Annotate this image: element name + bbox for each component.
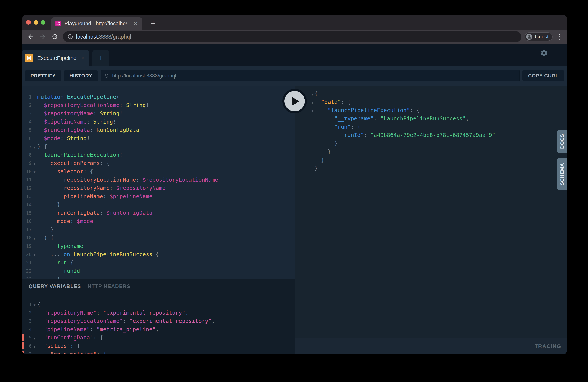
editor-line: 18▾ ) { xyxy=(22,233,294,242)
schema-side-tab[interactable]: SCHEMA xyxy=(557,158,567,190)
history-button[interactable]: HISTORY xyxy=(64,70,98,81)
new-tab-button[interactable]: + xyxy=(147,17,160,30)
variables-editor[interactable]: 1▾{2 "repositoryName": "experimental_rep… xyxy=(22,296,294,355)
session-close-icon[interactable]: × xyxy=(81,55,84,61)
info-icon[interactable] xyxy=(67,34,73,40)
response-viewer: ▾{▾ "data": {▾ "launchPipelineExecution"… xyxy=(294,86,567,172)
code-line-text: $runConfigData: RunConfigData! xyxy=(37,126,143,134)
fold-slot xyxy=(310,168,315,169)
fold-arrow-icon[interactable]: ▾ xyxy=(310,105,315,115)
copy-curl-button[interactable]: COPY CURL xyxy=(523,70,564,81)
editor-line: 19 __typename xyxy=(22,242,294,250)
fold-slot xyxy=(32,137,37,139)
variables-line: 1▾{ xyxy=(22,300,294,309)
response-line: } xyxy=(294,148,567,156)
code-line-text: } xyxy=(37,225,54,233)
code-line-text: runConfigData: $runConfigData xyxy=(37,209,152,217)
fold-slot xyxy=(32,245,37,247)
code-line-text: ) { xyxy=(37,142,47,151)
gutter-marker-slot xyxy=(22,309,24,316)
editor-line: 13 pipelineName: $pipelineName xyxy=(22,192,294,200)
line-number: 6 xyxy=(22,136,32,141)
code-line-text: } xyxy=(315,164,318,172)
tracing-label[interactable]: TRACING xyxy=(534,343,561,349)
browser-window: Playground - http://localhost:3 × + loca… xyxy=(22,15,567,355)
line-number: 16 xyxy=(22,218,32,224)
fold-arrow-icon[interactable]: ▾ xyxy=(32,249,37,259)
traffic-light-close-button[interactable] xyxy=(26,20,31,25)
execute-play-button[interactable] xyxy=(282,89,307,113)
gutter-marker-slot xyxy=(22,301,24,308)
graphql-playground: M ExecutePipeline × + PRETTIFY HISTORY h… xyxy=(22,44,567,355)
profile-button[interactable]: Guest xyxy=(525,32,553,41)
fold-slot xyxy=(32,270,37,272)
traffic-light-minimize-button[interactable] xyxy=(34,20,38,25)
fold-arrow-icon[interactable]: ▾ xyxy=(32,349,37,355)
line-number: 22 xyxy=(22,268,32,274)
fold-arrow-icon[interactable]: ▾ xyxy=(32,233,37,243)
graphql-favicon-icon xyxy=(55,21,61,26)
line-number: 4 xyxy=(22,119,32,125)
docs-side-tab[interactable]: DOCS xyxy=(557,130,567,153)
url-bar[interactable]: localhost:3333/graphql xyxy=(63,31,521,42)
editor-line: 5 $runConfigData: RunConfigData! xyxy=(22,126,294,134)
fold-slot xyxy=(32,96,37,98)
code-line-text: repositoryName: $repositoryName xyxy=(37,184,166,192)
tab-close-icon[interactable]: × xyxy=(134,21,137,26)
playground-main: 1mutation ExecutePipeline(2 $repositoryL… xyxy=(22,86,567,355)
http-headers-tab[interactable]: HTTP HEADERS xyxy=(87,283,130,289)
query-editor[interactable]: 1mutation ExecutePipeline(2 $repositoryL… xyxy=(22,86,294,278)
fold-slot xyxy=(32,320,37,322)
fold-slot xyxy=(310,118,315,119)
code-line-text: { xyxy=(37,300,41,309)
code-line-text: } xyxy=(315,139,337,148)
response-line: "run": { xyxy=(294,123,567,131)
fold-arrow-icon[interactable]: ▾ xyxy=(32,142,37,151)
line-number: 9 xyxy=(22,161,32,166)
fold-arrow-icon[interactable]: ▾ xyxy=(32,299,37,309)
response-line: ▾ "launchPipelineExecution": { xyxy=(294,106,567,114)
code-line-text: "solids": { xyxy=(37,342,80,350)
editor-line: 21 run { xyxy=(22,258,294,267)
code-line-text: selector: { xyxy=(37,167,93,175)
line-number: 7 xyxy=(22,144,32,149)
fold-slot xyxy=(32,154,37,156)
code-line-text: "runId": "a49b864a-79e2-4be8-b78c-687457… xyxy=(315,131,495,139)
fold-slot xyxy=(310,134,315,136)
response-line: ▾{ xyxy=(294,89,567,98)
fold-slot xyxy=(310,126,315,127)
response-line: } xyxy=(294,164,567,172)
back-button[interactable] xyxy=(27,33,34,40)
code-line-text: ) { xyxy=(37,233,54,242)
playground-toolbar: PRETTIFY HISTORY http://localhost:3333/g… xyxy=(22,66,567,86)
query-variables-tab[interactable]: QUERY VARIABLES xyxy=(29,283,81,289)
endpoint-input[interactable]: http://localhost:3333/graphql xyxy=(101,70,520,81)
code-line-text: "run": { xyxy=(315,123,360,131)
response-line: "runId": "a49b864a-79e2-4be8-b78c-687457… xyxy=(294,131,567,139)
fold-slot xyxy=(32,312,37,314)
gutter-marker-slot xyxy=(22,318,24,324)
reload-button[interactable] xyxy=(51,33,58,40)
variables-line: 2 "repositoryName": "experimental_reposi… xyxy=(22,309,294,317)
variables-section: QUERY VARIABLES HTTP HEADERS 1▾{2 "repos… xyxy=(22,278,294,355)
response-line: "__typename": "LaunchPipelineRunSuccess"… xyxy=(294,114,567,123)
endpoint-url: http://localhost:3333/graphql xyxy=(112,73,176,79)
browser-menu-button[interactable] xyxy=(555,34,564,40)
gutter-marker-slot xyxy=(22,326,24,333)
traffic-light-zoom-button[interactable] xyxy=(41,20,45,25)
settings-gear-icon[interactable] xyxy=(540,49,548,57)
line-number: 18 xyxy=(22,235,32,240)
prettify-button[interactable]: PRETTIFY xyxy=(25,70,62,81)
forward-button[interactable] xyxy=(39,33,46,40)
url-host: localhost xyxy=(76,34,98,40)
line-number: 5 xyxy=(22,127,32,133)
fold-slot xyxy=(32,204,37,205)
add-session-button[interactable]: + xyxy=(92,50,109,66)
code-line-text: $pipelineName: String! xyxy=(37,118,116,126)
session-tab-executepipeline[interactable]: M ExecutePipeline × xyxy=(22,50,89,66)
code-line-text: "save_metrics": { xyxy=(37,350,106,355)
browser-tab[interactable]: Playground - http://localhost:3 × xyxy=(51,17,142,30)
response-line: ▾ "data": { xyxy=(294,98,567,106)
fold-arrow-icon[interactable]: ▾ xyxy=(32,167,37,176)
editor-line: 20▾ ... on LaunchPipelineRunSuccess { xyxy=(22,250,294,258)
